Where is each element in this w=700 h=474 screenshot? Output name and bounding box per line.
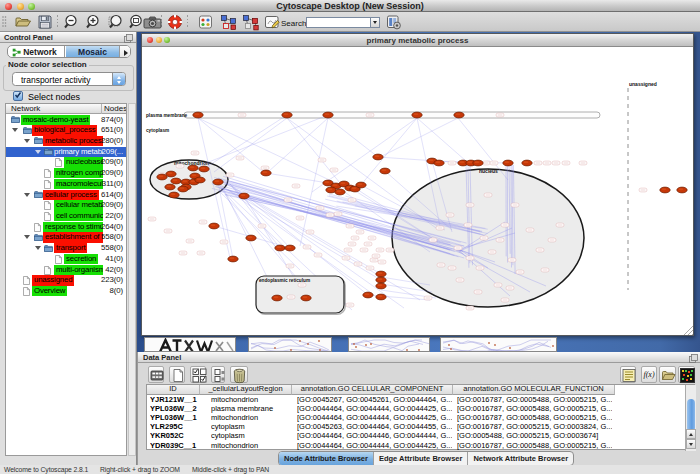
svg-text:nucleus: nucleus (479, 168, 498, 174)
svg-text:cytoplasm: cytoplasm (146, 128, 169, 133)
svg-text:plasma membrane: plasma membrane (146, 113, 188, 118)
svg-text:unassigned: unassigned (629, 81, 657, 87)
svg-text:endoplasmic reticulum: endoplasmic reticulum (259, 278, 310, 283)
